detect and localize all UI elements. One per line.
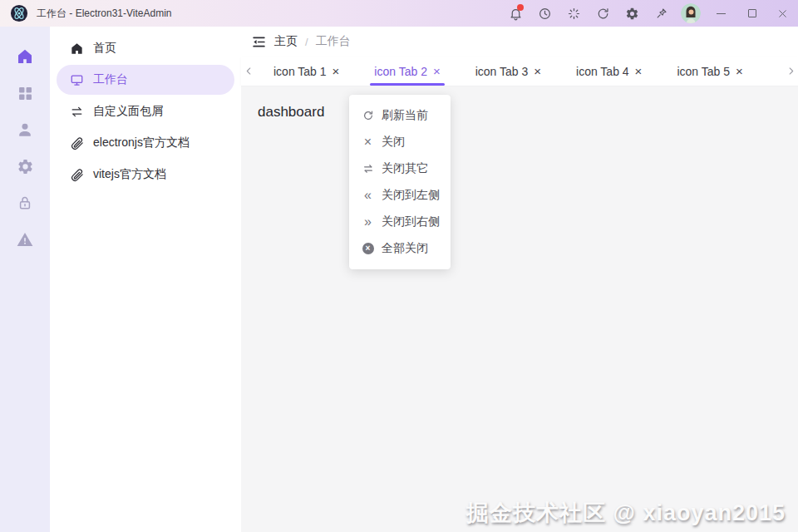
rail-item-user[interactable] bbox=[0, 111, 50, 148]
context-menu-item-close-left[interactable]: « 关闭到左侧 bbox=[349, 182, 451, 209]
rail-item-warning[interactable] bbox=[0, 221, 50, 258]
user-icon bbox=[16, 121, 34, 139]
context-menu-label: 关闭到左侧 bbox=[382, 188, 440, 203]
tab-close-icon[interactable]: × bbox=[433, 65, 441, 77]
context-menu-label: 全部关闭 bbox=[382, 241, 428, 256]
burst-icon bbox=[567, 7, 581, 21]
tabbar: icon Tab 1 × icon Tab 2 × icon Tab 3 × i… bbox=[241, 57, 798, 86]
breadcrumb: 主页 / 工作台 bbox=[241, 27, 798, 57]
pin-icon bbox=[655, 7, 668, 20]
notifications-button[interactable] bbox=[501, 0, 530, 27]
tab-close-icon[interactable]: × bbox=[635, 65, 643, 77]
tab-icon-tab-4[interactable]: icon Tab 4 × bbox=[559, 57, 659, 86]
gear-icon bbox=[17, 158, 34, 175]
burst-button[interactable] bbox=[559, 0, 589, 27]
context-menu-label: 关闭 bbox=[382, 135, 405, 150]
close-icon: × bbox=[362, 135, 374, 149]
rail-item-home[interactable] bbox=[0, 38, 50, 75]
chevron-left-icon bbox=[244, 66, 254, 76]
rail-item-lock[interactable] bbox=[0, 185, 50, 221]
body-row: 首页 工作台 自定义面包屑 bbox=[0, 27, 798, 532]
settings-button[interactable] bbox=[618, 0, 647, 27]
window-title: 工作台 - Electron31-ViteAdmin bbox=[37, 7, 172, 21]
main-column: 主页 / 工作台 icon Tab 1 × icon Tab 2 × ico bbox=[241, 27, 798, 532]
context-menu-item-close-all[interactable]: × 全部关闭 bbox=[349, 235, 451, 262]
page-title: dashboard bbox=[258, 104, 324, 121]
tab-label: icon Tab 4 bbox=[576, 65, 629, 78]
tab-label: icon Tab 5 bbox=[677, 65, 730, 78]
sidebar-item-electron-docs[interactable]: electronjs官方文档 bbox=[57, 128, 234, 158]
menu-fold-button[interactable] bbox=[251, 34, 267, 50]
tab-close-icon[interactable]: × bbox=[332, 65, 340, 77]
titlebar: 工作台 - Electron31-ViteAdmin bbox=[0, 0, 798, 27]
sidebar-item-label: 自定义面包屑 bbox=[93, 104, 163, 119]
breadcrumb-separator: / bbox=[305, 36, 308, 48]
home-icon bbox=[70, 42, 84, 56]
avatar[interactable] bbox=[681, 3, 701, 23]
double-chevron-left-icon: « bbox=[362, 189, 374, 202]
context-menu-item-close-right[interactable]: » 关闭到右侧 bbox=[349, 209, 451, 235]
double-chevron-right-icon: » bbox=[362, 215, 374, 229]
circle-close-icon: × bbox=[362, 243, 374, 254]
lock-icon bbox=[17, 195, 33, 211]
clock-icon bbox=[538, 7, 552, 21]
breadcrumb-item-home[interactable]: 主页 bbox=[274, 34, 298, 49]
context-menu-label: 关闭到右侧 bbox=[382, 214, 440, 229]
sidebar-item-label: 首页 bbox=[93, 41, 116, 56]
monitor-icon bbox=[70, 73, 84, 87]
watermark: 掘金技术社区 @ xiaoyan2015 bbox=[466, 498, 786, 528]
home-icon bbox=[16, 47, 34, 66]
grid-icon bbox=[17, 85, 34, 102]
sidebar-item-breadcrumb[interactable]: 自定义面包屑 bbox=[57, 96, 234, 126]
context-menu-item-close[interactable]: × 关闭 bbox=[349, 129, 451, 155]
minimize-button[interactable] bbox=[706, 0, 736, 27]
paperclip-icon bbox=[70, 136, 84, 150]
context-menu-label: 关闭其它 bbox=[382, 161, 428, 176]
tabs-scroll-right-button[interactable] bbox=[783, 57, 798, 86]
tabs-scroll-left-button[interactable] bbox=[241, 57, 256, 86]
swap-icon bbox=[362, 163, 374, 175]
sidebar-item-label: 工作台 bbox=[93, 72, 128, 87]
menu-sidebar: 首页 工作台 自定义面包屑 bbox=[50, 27, 241, 532]
tab-icon-tab-1[interactable]: icon Tab 1 × bbox=[256, 57, 357, 86]
tab-icon-tab-2[interactable]: icon Tab 2 × bbox=[357, 57, 457, 86]
content-area: dashboard 刷新当前 × 关闭 bbox=[241, 86, 798, 532]
close-icon bbox=[777, 8, 788, 19]
rail-item-settings[interactable] bbox=[0, 148, 50, 185]
breadcrumb-item-current: 工作台 bbox=[316, 34, 351, 49]
maximize-icon bbox=[748, 9, 756, 17]
context-menu-item-refresh[interactable]: 刷新当前 bbox=[349, 102, 451, 129]
sidebar-item-label: electronjs官方文档 bbox=[93, 135, 190, 150]
tab-close-icon[interactable]: × bbox=[736, 65, 743, 77]
notification-badge bbox=[517, 4, 524, 11]
tab-close-icon[interactable]: × bbox=[534, 65, 541, 77]
menu-fold-icon bbox=[251, 34, 267, 50]
reload-button[interactable] bbox=[589, 0, 618, 27]
rail-item-grid[interactable] bbox=[0, 75, 50, 111]
pin-button[interactable] bbox=[647, 0, 676, 27]
warning-icon bbox=[16, 230, 34, 249]
sidebar-item-vite-docs[interactable]: vitejs官方文档 bbox=[57, 160, 234, 190]
tab-label: icon Tab 3 bbox=[475, 65, 529, 78]
tab-icon-tab-5[interactable]: icon Tab 5 × bbox=[659, 57, 760, 86]
refresh-icon bbox=[362, 110, 374, 121]
gear-icon bbox=[625, 7, 639, 21]
sidebar-item-workbench[interactable]: 工作台 bbox=[57, 65, 234, 95]
close-window-button[interactable] bbox=[767, 0, 798, 27]
tab-icon-tab-3[interactable]: icon Tab 3 × bbox=[458, 57, 559, 86]
electron-logo-icon bbox=[10, 4, 28, 22]
sidebar-item-home[interactable]: 首页 bbox=[57, 33, 234, 63]
icon-rail bbox=[0, 27, 50, 532]
swap-icon bbox=[70, 105, 84, 119]
context-menu-label: 刷新当前 bbox=[382, 108, 428, 123]
refresh-icon bbox=[596, 7, 610, 21]
tab-label: icon Tab 1 bbox=[273, 65, 327, 78]
paperclip-icon bbox=[70, 168, 84, 182]
clock-button[interactable] bbox=[530, 0, 559, 27]
context-menu-item-close-others[interactable]: 关闭其它 bbox=[349, 155, 451, 182]
maximize-button[interactable] bbox=[736, 0, 767, 27]
tab-context-menu: 刷新当前 × 关闭 关闭其它 « 关闭到左侧 bbox=[349, 95, 451, 269]
app-window: 工作台 - Electron31-ViteAdmin bbox=[0, 0, 798, 532]
minimize-icon bbox=[717, 13, 726, 14]
chevron-right-icon bbox=[786, 66, 796, 76]
